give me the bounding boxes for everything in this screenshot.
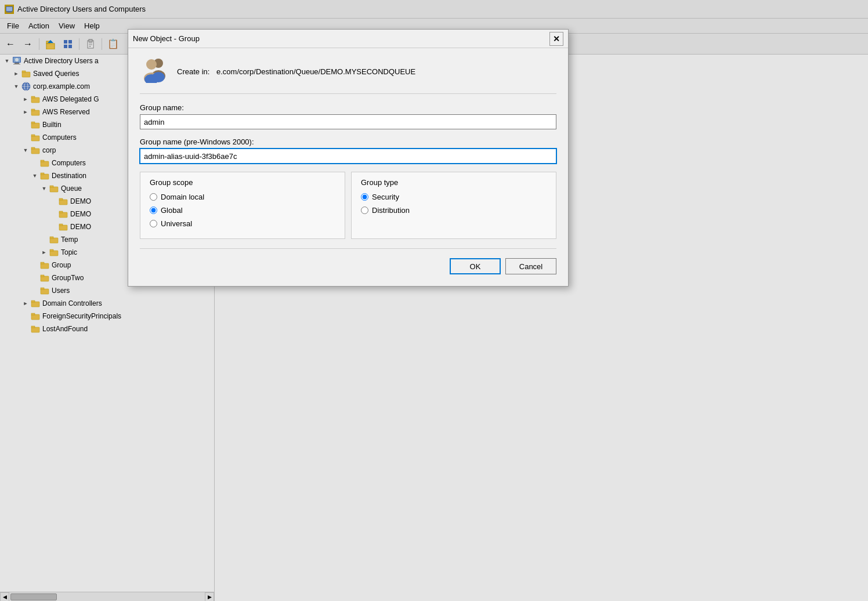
create-in-bar: Create in: e.com/corp/Destination/Queue/… — [140, 57, 556, 94]
radio-security-input[interactable] — [361, 193, 368, 201]
dialog-title-bar: New Object - Group ✕ — [128, 30, 568, 48]
radio-distribution-input[interactable] — [361, 207, 368, 214]
group-avatar-icon — [140, 57, 168, 85]
dialog-body: Create in: e.com/corp/Destination/Queue/… — [128, 48, 568, 286]
radio-domain-local-input[interactable] — [150, 193, 157, 201]
dialog-buttons: OK Cancel — [140, 258, 556, 277]
radio-universal-label: Universal — [161, 219, 192, 228]
create-in-info: Create in: e.com/corp/Destination/Queue/… — [177, 67, 415, 76]
group-name-pre2000-group: Group name (pre-Windows 2000): — [140, 137, 556, 164]
radio-security-label: Security — [372, 193, 399, 201]
radio-global[interactable]: Global — [150, 206, 335, 215]
radio-distribution[interactable]: Distribution — [361, 206, 547, 215]
group-type-box: Group type Security Distribution — [351, 172, 556, 239]
radio-domain-local[interactable]: Domain local — [150, 193, 335, 201]
radio-universal-input[interactable] — [150, 220, 157, 227]
group-name-group: Group name: — [140, 103, 556, 129]
radio-global-label: Global — [161, 206, 183, 215]
radio-groups-row: Group scope Domain local Global Universa… — [140, 172, 556, 239]
group-type-title: Group type — [361, 178, 547, 187]
cancel-button[interactable]: Cancel — [505, 258, 556, 274]
radio-domain-local-label: Domain local — [161, 193, 204, 201]
group-name-label: Group name: — [140, 103, 556, 112]
ok-button[interactable]: OK — [450, 258, 501, 274]
group-name-input[interactable] — [140, 114, 556, 129]
svg-point-68 — [146, 59, 157, 70]
app-window: Active Directory Users and Computers Fil… — [0, 0, 868, 601]
radio-distribution-label: Distribution — [372, 206, 410, 215]
group-scope-title: Group scope — [150, 178, 335, 187]
new-object-dialog: New Object - Group ✕ — [128, 29, 569, 287]
group-name-pre2000-label: Group name (pre-Windows 2000): — [140, 137, 556, 146]
dialog-title: New Object - Group — [133, 34, 200, 43]
radio-global-input[interactable] — [150, 207, 157, 214]
radio-security[interactable]: Security — [361, 193, 547, 201]
create-in-label: Create in: — [177, 67, 209, 76]
dialog-close-button[interactable]: ✕ — [549, 32, 563, 46]
create-in-path: e.com/corp/Destination/Queue/DEMO.MYSECO… — [216, 67, 415, 76]
modal-overlay: New Object - Group ✕ — [0, 0, 868, 601]
dialog-separator — [140, 248, 556, 249]
radio-universal[interactable]: Universal — [150, 219, 335, 228]
group-name-pre2000-input[interactable] — [140, 149, 556, 164]
group-scope-box: Group scope Domain local Global Universa… — [140, 172, 345, 239]
